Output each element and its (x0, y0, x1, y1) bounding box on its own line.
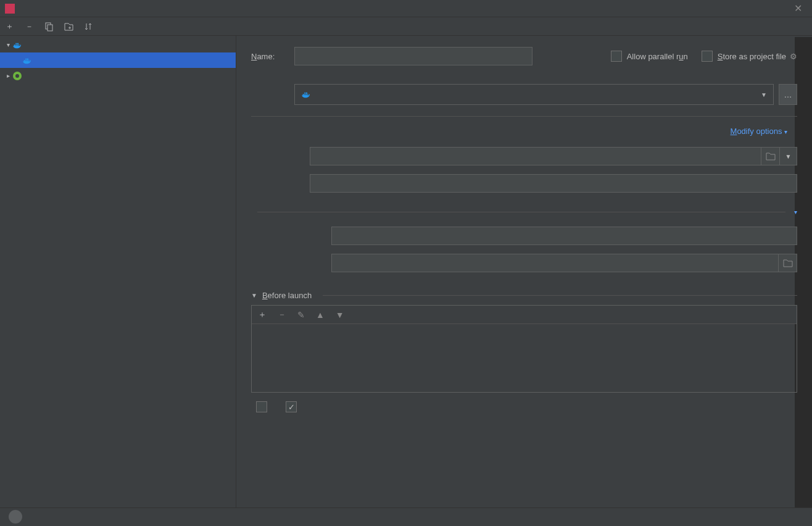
docker-icon (301, 90, 311, 99)
copy-config-button[interactable] (43, 21, 54, 32)
tree-node-docker[interactable]: ▾ (0, 37, 236, 52)
modify-options-link[interactable]: Modify options ▾ (731, 127, 787, 136)
name-input[interactable] (294, 47, 532, 65)
config-tree: ▾ ▸ (0, 36, 236, 493)
server-dropdown[interactable]: ▼ (294, 84, 774, 105)
before-launch-panel: ＋ － ✎ ▲ ▼ (251, 305, 797, 393)
container-name-input[interactable] (331, 227, 797, 245)
bl-down-button[interactable]: ▼ (336, 310, 344, 320)
svg-rect-1 (48, 25, 52, 31)
before-launch-title: Before launch (262, 291, 312, 300)
chevron-down-icon: ▾ (4, 41, 12, 48)
name-label: Name: (251, 52, 294, 61)
chevron-down-icon: ▼ (761, 91, 767, 98)
store-project-label[interactable]: Store as project file (718, 52, 786, 61)
config-form: Name: Allow parallel run Store as projec… (236, 36, 812, 507)
triangle-down-icon[interactable]: ▼ (251, 292, 257, 299)
run-modify-link[interactable]: ▾ (792, 209, 797, 215)
dockerfile-dropdown-button[interactable]: ▼ (780, 147, 797, 165)
bl-remove-button[interactable]: － (278, 309, 286, 320)
button-bar: OK Cancel Apply (0, 507, 812, 526)
tree-node-config[interactable] (0, 52, 236, 68)
config-toolbar: ＋ － (0, 17, 812, 36)
help-icon[interactable] (9, 510, 22, 524)
store-project-checkbox[interactable] (702, 51, 713, 62)
show-page-checkbox[interactable] (256, 401, 267, 412)
tree-node-springboot[interactable]: ▸ (0, 68, 236, 83)
bind-ports-input[interactable] (331, 254, 779, 272)
activate-tool-checkbox[interactable] (286, 401, 297, 412)
docker-icon (22, 56, 32, 65)
dockerfile-browse-button[interactable] (761, 147, 780, 165)
spring-icon (12, 71, 22, 81)
bind-ports-browse-button[interactable] (779, 254, 797, 272)
docker-icon (12, 40, 22, 50)
close-icon[interactable]: ✕ (789, 2, 807, 14)
bl-add-button[interactable]: ＋ (258, 309, 267, 320)
sort-config-button[interactable] (83, 21, 94, 32)
image-tag-input[interactable] (310, 174, 797, 193)
add-config-button[interactable]: ＋ (4, 21, 15, 32)
server-browse-button[interactable]: … (779, 84, 797, 105)
before-launch-empty (252, 324, 797, 392)
remove-config-button[interactable]: － (23, 21, 35, 32)
bl-up-button[interactable]: ▲ (316, 310, 325, 320)
titlebar: ✕ (0, 0, 812, 17)
config-sidebar: ▾ ▸ (0, 36, 236, 507)
gear-icon[interactable]: ⚙ (790, 52, 797, 61)
bl-edit-button[interactable]: ✎ (297, 310, 305, 320)
allow-parallel-checkbox[interactable] (611, 51, 622, 62)
dockerfile-input[interactable] (310, 147, 761, 165)
save-config-button[interactable] (63, 21, 74, 32)
allow-parallel-label[interactable]: Allow parallel run (627, 52, 688, 61)
app-icon (5, 4, 15, 14)
chevron-right-icon: ▸ (4, 72, 12, 79)
